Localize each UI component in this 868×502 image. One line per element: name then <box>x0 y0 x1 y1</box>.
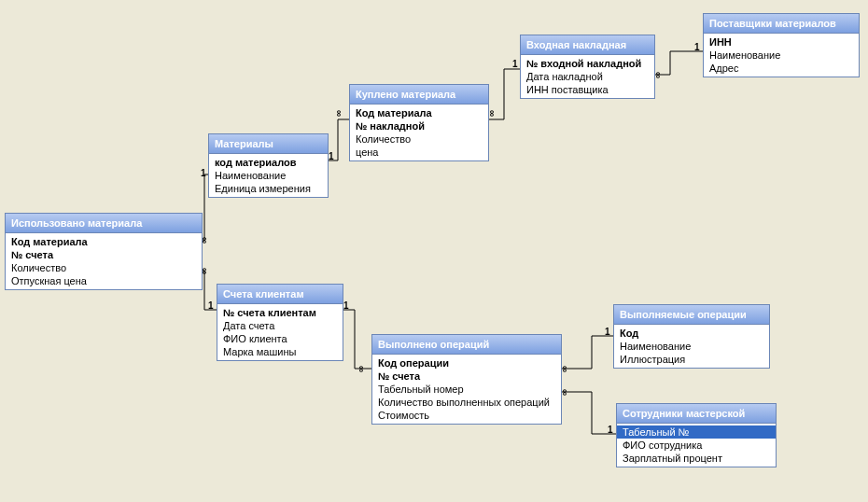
cardinality-label: ∞ <box>334 110 344 117</box>
entity-field: Адрес <box>704 62 859 75</box>
entity-field: цена <box>350 146 488 159</box>
entity-field: Табельный № <box>617 425 776 439</box>
entity-fields: код материалов Наименование Единица изме… <box>209 154 328 197</box>
entity-title: Куплено материала <box>350 85 488 105</box>
entity-field: № накладной <box>350 119 488 132</box>
entity-sotrudniki-masterskoy[interactable]: Сотрудники мастерской Табельный № ФИО со… <box>616 403 777 467</box>
entity-vypolnyaemye-operacii[interactable]: Выполняемые операции Код Наименование Ил… <box>613 304 770 369</box>
entity-field: Дата счета <box>217 319 343 332</box>
entity-title: Сотрудники мастерской <box>617 404 776 424</box>
cardinality-label: ∞ <box>357 366 367 372</box>
cardinality-label: 1 <box>512 59 518 69</box>
entity-field: Количество <box>350 132 488 146</box>
entity-field: ФИО сотрудника <box>617 439 776 452</box>
entity-field: Код материала <box>350 106 488 119</box>
entity-fields: Код Наименование Иллюстрация <box>614 325 769 368</box>
entity-fields: Код операции № счета Табельный номер Кол… <box>372 355 561 424</box>
entity-field: ИНН поставщика <box>521 83 654 96</box>
entity-fields: № входной накладной Дата накладной ИНН п… <box>521 55 654 98</box>
entity-vhodnaya-nakladnaya[interactable]: Входная накладная № входной накладной Да… <box>520 35 655 99</box>
entity-field: Наименование <box>614 340 769 353</box>
entity-title: Выполняемые операции <box>614 305 769 325</box>
cardinality-label: 1 <box>201 168 206 178</box>
cardinality-label: 1 <box>343 300 349 311</box>
entity-field: Количество выполненных операций <box>372 396 561 409</box>
entity-title: Поставщики материалов <box>704 14 859 34</box>
er-diagram-canvas: Использовано материала Код материала № с… <box>0 0 868 502</box>
entity-fields: Табельный № ФИО сотрудника Зарплатный пр… <box>617 424 776 467</box>
entity-fields: Код материала № накладной Количество цен… <box>350 105 488 160</box>
entity-field: Наименование <box>209 169 328 182</box>
cardinality-label: 1 <box>608 425 613 435</box>
entity-title: Выполнено операций <box>372 335 561 355</box>
entity-scheta-klientam[interactable]: Счета клиентам № счета клиентам Дата сче… <box>217 284 343 361</box>
entity-field: № счета <box>372 370 561 383</box>
entity-vypolneno-operaciy[interactable]: Выполнено операций Код операции № счета … <box>371 334 562 425</box>
entity-kupleno-materiala[interactable]: Куплено материала Код материала № наклад… <box>349 84 489 161</box>
entity-field: Наименование <box>704 49 859 62</box>
entity-field: код материалов <box>209 156 328 169</box>
entity-title: Счета клиентам <box>217 285 343 304</box>
entity-fields: Код материала № счета Количество Отпускн… <box>6 233 202 289</box>
entity-field: № входной накладной <box>521 57 654 70</box>
entity-field: Код операции <box>372 356 561 370</box>
entity-field: Код <box>614 327 769 340</box>
entity-field: Зарплатный процент <box>617 452 776 465</box>
entity-field: Табельный номер <box>372 383 561 396</box>
entity-field: Дата накладной <box>521 70 654 83</box>
entity-field: № счета клиентам <box>217 306 343 319</box>
entity-field: ИНН <box>704 35 859 49</box>
entity-fields: ИНН Наименование Адрес <box>704 34 859 77</box>
entity-postavshiki-materialov[interactable]: Поставщики материалов ИНН Наименование А… <box>703 13 860 77</box>
entity-title: Использовано материала <box>6 214 202 233</box>
entity-field: Количество <box>6 261 202 274</box>
entity-field: Код материала <box>6 235 202 248</box>
cardinality-label: 1 <box>208 300 214 311</box>
cardinality-label: 1 <box>694 42 700 52</box>
cardinality-label: 1 <box>605 327 610 337</box>
entity-ispolzovano-materiala[interactable]: Использовано материала Код материала № с… <box>5 213 203 290</box>
entity-materialy[interactable]: Материалы код материалов Наименование Ед… <box>208 133 329 198</box>
entity-field: Единица измерения <box>209 182 328 195</box>
cardinality-label: 1 <box>329 151 334 161</box>
entity-title: Материалы <box>209 134 328 154</box>
entity-field: Стоимость <box>372 409 561 422</box>
entity-field: ФИО клиента <box>217 332 343 345</box>
entity-fields: № счета клиентам Дата счета ФИО клиента … <box>217 304 343 360</box>
entity-field: № счета <box>6 248 202 261</box>
entity-field: Отпускная цена <box>6 274 202 287</box>
entity-field: Марка машины <box>217 345 343 358</box>
entity-field: Иллюстрация <box>614 353 769 366</box>
entity-title: Входная накладная <box>521 35 654 55</box>
